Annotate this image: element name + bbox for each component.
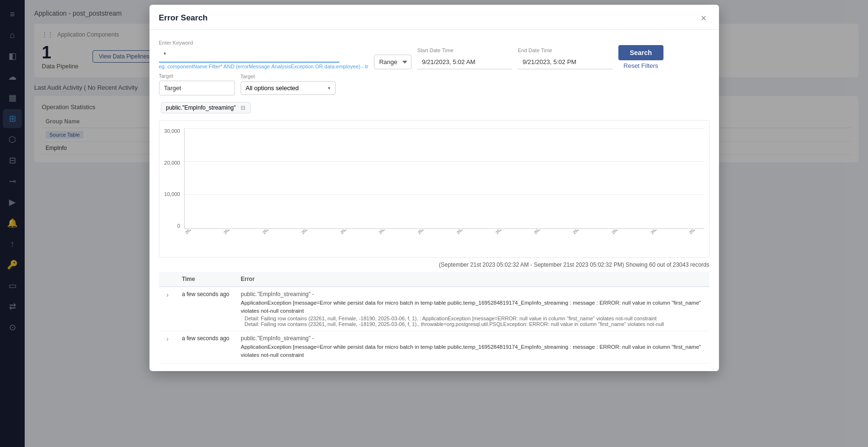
error-msg-1: ApplicationException [message=Error whil… [241,299,703,316]
error-source-2: public."EmpInfo_streaming" - [241,335,703,342]
error-detail-1a: Detail: Failing row contains (23261, nul… [241,316,703,321]
search-button[interactable]: Search [618,45,663,60]
filter-row-1: Enter Keyword eg: componentName:Filter* … [159,37,709,69]
target-select-1[interactable]: Target [159,81,235,95]
results-table: Time Error › a few seconds ago [159,272,709,363]
target-option-row: public."EmpInfo_streaming" ⊟ [161,102,709,113]
col-error: Error [235,272,709,287]
range-label [374,47,411,53]
target-group-2: Target All options selected ▾ [241,74,336,95]
error-source-1: public."EmpInfo_streaming" - [241,291,703,298]
x-label: 2023-09-21 09:00 AM [495,230,525,235]
start-label: Start Date Time [417,47,512,53]
target-label-2: Target [241,74,336,79]
x-label: 2023-09-21 06:00 AM [261,230,292,235]
keyword-input[interactable] [159,47,339,63]
x-label: 2023-09-21 10:30 AM [611,230,642,235]
target-group-1: Target Target [159,73,235,95]
chart-bars [185,128,704,228]
keyword-group: Enter Keyword eg: componentName:Filter* … [159,40,368,69]
time-value-2: a few seconds ago [182,335,229,342]
x-label: 2023-09-21 06:30 AM [300,230,331,235]
x-axis-labels: 2023-09-21 05:00 AM 2023-09-21 05:30 AM … [184,230,704,256]
col-expand [159,272,177,287]
x-label: 2023-09-21 08:00 AM [417,230,448,235]
table-row: › a few seconds ago public."EmpInfo_stre… [159,331,709,363]
range-select[interactable]: Range [374,55,411,69]
target-label-1: Target [159,73,235,79]
chevron-down-icon: ▾ [328,85,330,91]
all-options-text: All options selected [246,84,328,92]
error-chart: 30,000 20,000 10,000 0 [159,120,709,258]
error-msg-2: ApplicationException [message=Error whil… [241,343,703,360]
close-button[interactable]: × [698,12,709,24]
error-cell-1: public."EmpInfo_streaming" - Application… [235,287,709,331]
hint-text: eg: componentName:Filter* AND (errorMess… [159,64,368,69]
row-expand-icon-1[interactable]: › [165,289,171,300]
time-cell-2: a few seconds ago [176,331,235,363]
end-date-input[interactable] [518,55,613,69]
end-date-group: End Date Time [518,47,613,69]
y-label-10k: 10,000 [164,191,180,197]
y-label-20k: 20,000 [164,160,180,166]
y-axis-labels: 30,000 20,000 10,000 0 [159,128,184,229]
col-time: Time [176,272,235,287]
chart-plot-area [184,128,704,229]
error-detail-1b: Detail: Failing row contains (23261, nul… [241,321,703,327]
target-option-chip: public."EmpInfo_streaming" ⊟ [161,102,251,113]
filter-row-2: Target Target Target All options selecte… [159,73,709,95]
start-date-group: Start Date Time [417,47,512,69]
modal-overlay: Error Search × Enter Keyword eg: compone… [0,0,868,447]
modal-header: Error Search × [149,5,719,30]
target-option-value: public."EmpInfo_streaming" [166,104,236,111]
x-label: 2023-09-21 05:00 AM [184,230,215,235]
x-label: 2023-09-21 11:30 AM [688,230,704,235]
x-label: 2023-09-21 05:30 AM [223,230,253,235]
option-remove-icon[interactable]: ⊟ [241,104,245,111]
x-label: 2023-09-21 08:30 AM [456,230,486,235]
records-info: (September 21st 2023 05:02:32 AM - Septe… [159,261,709,268]
all-options-dropdown[interactable]: All options selected ▾ [241,81,336,95]
action-group: Search Reset Filters [618,37,663,69]
y-label-30k: 30,000 [164,128,180,134]
x-label: 2023-09-21 11:00 AM [650,230,681,235]
error-cell-2: public."EmpInfo_streaming" - Application… [235,331,709,363]
modal-body: Enter Keyword eg: componentName:Filter* … [149,30,719,371]
x-label: 2023-09-21 10:00 AM [572,230,603,235]
range-group: Range [374,47,411,69]
x-label: 2023-09-21 07:30 AM [378,230,409,235]
y-label-0: 0 [177,223,180,229]
end-label: End Date Time [518,47,613,53]
x-label: 2023-09-21 09:30 AM [533,230,564,235]
x-label: 2023-09-21 07:00 AM [339,230,370,235]
time-cell-1: a few seconds ago [176,287,235,331]
modal-title: Error Search [159,13,208,23]
table-row: › a few seconds ago public."EmpInfo_stre… [159,287,709,331]
row-expand-icon-2[interactable]: › [165,333,171,345]
reset-button[interactable]: Reset Filters [618,62,663,69]
start-date-input[interactable] [417,55,512,69]
time-value-1: a few seconds ago [182,291,229,298]
error-search-modal: Error Search × Enter Keyword eg: compone… [149,5,719,371]
keyword-label: Enter Keyword [159,40,368,46]
